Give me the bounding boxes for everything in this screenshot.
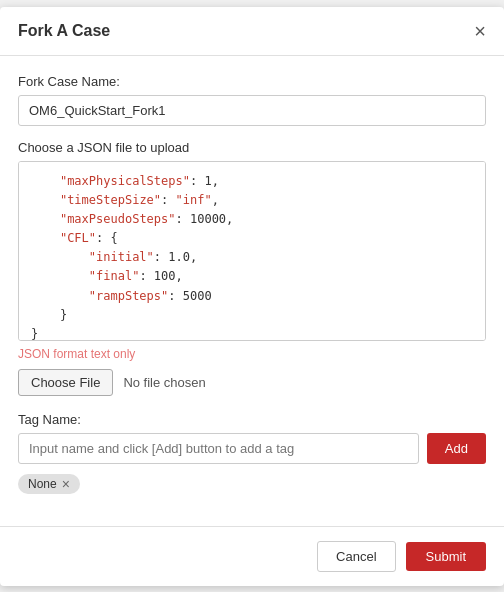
- modal-title: Fork A Case: [18, 22, 110, 40]
- cancel-button[interactable]: Cancel: [317, 541, 395, 572]
- modal-header: Fork A Case ×: [0, 7, 504, 56]
- json-upload-label: Choose a JSON file to upload: [18, 140, 486, 155]
- tag-name: None: [28, 477, 57, 491]
- close-button[interactable]: ×: [474, 21, 486, 41]
- no-file-text: No file chosen: [123, 375, 205, 390]
- tag-input-row: Add: [18, 433, 486, 464]
- tag-name-label: Tag Name:: [18, 412, 486, 427]
- modal-body: Fork Case Name: Choose a JSON file to up…: [0, 56, 504, 526]
- json-content: "maxPhysicalSteps": 1, "timeStepSize": "…: [19, 162, 485, 341]
- json-hint: JSON format text only: [18, 347, 486, 361]
- fork-case-modal: Fork A Case × Fork Case Name: Choose a J…: [0, 7, 504, 586]
- file-chooser-row: Choose File No file chosen: [18, 369, 486, 396]
- modal-footer: Cancel Submit: [0, 526, 504, 586]
- choose-file-button[interactable]: Choose File: [18, 369, 113, 396]
- tag-list: None ×: [18, 474, 486, 494]
- tag-name-input[interactable]: [18, 433, 419, 464]
- list-item: None ×: [18, 474, 80, 494]
- fork-case-name-input[interactable]: [18, 95, 486, 126]
- fork-case-name-label: Fork Case Name:: [18, 74, 486, 89]
- add-tag-button[interactable]: Add: [427, 433, 486, 464]
- tag-remove-button[interactable]: ×: [62, 477, 70, 491]
- json-editor: "maxPhysicalSteps": 1, "timeStepSize": "…: [18, 161, 486, 341]
- submit-button[interactable]: Submit: [406, 542, 486, 571]
